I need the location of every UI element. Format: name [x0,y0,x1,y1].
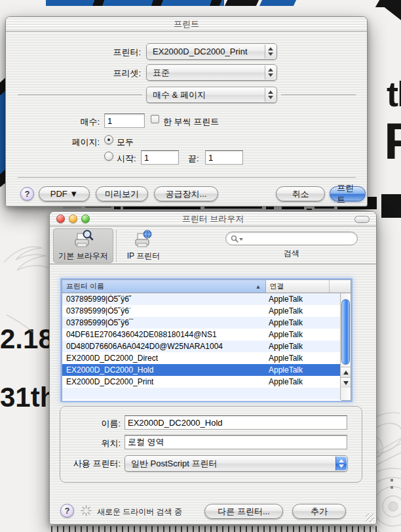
printer-name-cell: 037895999|Ò5˘ÿ6˘ [62,295,265,304]
table-row[interactable]: 037895999|Ò5˘ÿ6¯ AppleTalk [62,317,341,329]
pages-all-label: 모두 [117,136,134,148]
printer-popup[interactable]: EX2000D_DC2000_Print [146,43,277,60]
search-input[interactable] [240,234,352,244]
connection-cell: AppleTalk [265,306,303,316]
browser-help-button[interactable]: ? [60,504,74,518]
supplies-button-label: 공급장치... [166,188,207,200]
connection-cell: AppleTalk [265,330,303,339]
print-using-popup[interactable]: 일반 PostScript 프린터 [124,455,348,472]
scroll-down-button[interactable] [341,377,351,388]
printer-name-cell: 037895999|Ò5˘ÿ6¯ [62,318,265,327]
print-dialog-titlebar[interactable]: 프린트 [6,17,367,31]
pane-divider-left [18,94,142,95]
print-using-value: 일반 PostScript 프린터 [131,458,217,470]
preview-button-label: 미리보기 [105,188,139,200]
help-button[interactable]: ? [20,187,34,201]
search-scope-caret-icon [239,238,243,241]
printer-name-cell: 037895999|Ò5˘ÿ6˙ [62,306,265,316]
pane-popup-value: 매수 & 페이지 [153,89,206,101]
spinner-icon [81,505,92,516]
print-button[interactable]: 프린트 [330,186,366,201]
print-dialog-window: 프린트 프린터: EX2000D_DC2000_Print 프리셋: 표준 매수… [5,16,368,207]
column-header-filler [330,280,351,293]
connection-cell: AppleTalk [265,295,303,304]
column-header-printer-name[interactable]: 프린터 이름 ▲ [62,280,266,293]
pdf-menu-button[interactable]: PDF ▼ [39,186,90,201]
table-row[interactable]: 0D480D76606A6A0424D0@W25NARA1004 AppleTa… [62,340,341,352]
name-label: 이름: [60,418,121,430]
table-row[interactable]: 037895999|Ò5˘ÿ6˘ AppleTalk [62,293,341,305]
pages-label: 페이지: [6,136,100,148]
preview-button[interactable]: 미리보기 [96,186,148,201]
cancel-button[interactable]: 취소 [276,186,325,201]
table-row[interactable]: EX2000D_DC2000_Print AppleTalk [62,376,341,388]
collate-checkbox[interactable] [151,115,159,123]
printer-table: 프린터 이름 ▲ 연결 037895999|Ò5˘ÿ6˘ AppleTalk 0… [62,279,351,401]
browser-titlebar[interactable]: 프린터 브라우저 [50,212,376,226]
film-tick-strip [51,526,377,532]
table-row[interactable]: 037895999|Ò5˘ÿ6˙ AppleTalk [62,305,341,317]
supplies-button[interactable]: 공급장치... [154,186,218,201]
zoom-button[interactable] [81,215,90,223]
resize-grip[interactable] [366,514,374,522]
driver-search-status: 새로운 드라이버 검색 중 [97,506,182,518]
pane-divider-right [281,94,356,95]
scroll-up-button[interactable] [341,367,351,377]
pane-popup[interactable]: 매수 & 페이지 [146,87,277,103]
connection-cell: AppleTalk [265,354,303,363]
toolbar-toggle-button[interactable] [354,216,370,223]
cancel-button-label: 취소 [292,188,309,200]
connection-cell: AppleTalk [265,365,303,375]
pages-all-radio[interactable] [104,135,113,144]
tab-default-browser[interactable]: 기본 브라우저 [53,228,113,263]
printer-table-header: 프린터 이름 ▲ 연결 [62,280,351,293]
browser-toolbar: 기본 브라우저 IP 프린터 [50,226,376,264]
copies-label: 매수: [6,116,100,128]
scrollbar-thumb[interactable] [341,299,350,365]
table-row[interactable]: EX2000D_DC2000_Hold AppleTalk [62,364,341,376]
column-header-connection[interactable]: 연결 [266,280,330,293]
printer-popup-value: EX2000D_DC2000_Print [153,47,248,56]
stepper-icon [265,88,276,102]
print-using-label: 사용 프린터: [60,458,121,470]
printer-details-groupbox: 이름: 위치: 사용 프린터: 일반 PostScript 프린터 [60,406,362,483]
close-button[interactable] [56,215,65,223]
pages-from-input[interactable] [141,150,179,165]
more-printers-button[interactable]: 다른 프린터... [204,504,283,519]
table-row[interactable]: 04DF61E2706436042DE088180144@NS1 AppleTa… [62,329,341,340]
search-icon [231,235,239,243]
stepper-icon [265,66,276,79]
printer-search-icon [72,228,94,251]
more-printers-label: 다른 프린터... [218,506,269,518]
footer-divider [18,177,356,178]
table-row[interactable]: EX2000D_DC2000_Direct AppleTalk [62,352,341,364]
add-button-label: 추가 [311,506,328,518]
minimize-button[interactable] [69,215,77,223]
printer-label: 프린터: [6,47,141,58]
tab-ip-printer[interactable]: IP 프린터 [120,228,167,263]
vertical-scrollbar[interactable] [340,293,351,400]
pages-to-input[interactable] [205,150,243,165]
name-input[interactable] [124,415,347,430]
help-label: ? [25,189,30,199]
browser-help-label: ? [65,506,70,516]
print-dialog-title: 프린트 [174,19,199,29]
toolbar-separator [116,230,117,262]
printer-browser-window: 프린터 브라우저 기본 브라우저 [49,211,377,525]
printer-name-cell: EX2000D_DC2000_Hold [62,365,265,375]
search-field[interactable] [225,232,358,245]
preset-popup[interactable]: 표준 [146,64,277,81]
printer-table-body: 037895999|Ò5˘ÿ6˘ AppleTalk 037895999|Ò5˘… [62,293,341,401]
copies-input[interactable] [104,113,145,128]
pdf-button-label: PDF ▼ [50,189,78,199]
location-input[interactable] [124,435,347,449]
location-label: 위치: [60,438,121,449]
add-button[interactable]: 추가 [292,504,346,519]
stepper-icon [265,45,276,58]
printer-globe-icon [132,228,155,251]
pages-from-radio[interactable] [104,152,113,161]
print-button-label: 프린트 [337,182,358,206]
pages-to-label: 끝: [188,153,199,165]
tab-default-browser-label: 기본 브라우저 [58,251,107,262]
printer-name-cell: EX2000D_DC2000_Print [62,377,265,386]
